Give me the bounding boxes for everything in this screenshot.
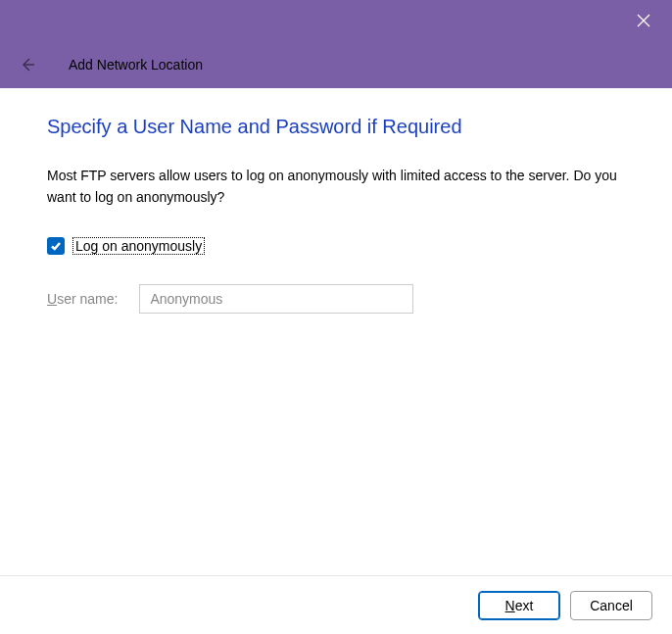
wizard-footer: Next Cancel: [0, 575, 672, 634]
anonymous-checkbox-row: Log on anonymously: [47, 237, 625, 255]
titlebar: [0, 0, 672, 41]
page-title: Specify a User Name and Password if Requ…: [47, 116, 625, 138]
anonymous-checkbox-label[interactable]: Log on anonymously: [72, 237, 205, 255]
back-button[interactable]: [16, 53, 39, 76]
next-button[interactable]: Next: [478, 591, 560, 620]
wizard-title: Add Network Location: [69, 57, 203, 73]
wizard-header: Add Network Location: [0, 41, 672, 88]
username-row: User name:: [47, 284, 625, 314]
checkmark-icon: [50, 240, 62, 252]
username-label: User name:: [47, 291, 118, 307]
cancel-button[interactable]: Cancel: [570, 591, 652, 620]
username-input[interactable]: [139, 284, 413, 314]
close-icon: [637, 14, 650, 27]
close-button[interactable]: [629, 6, 658, 35]
content-area: Specify a User Name and Password if Requ…: [0, 88, 672, 575]
page-description: Most FTP servers allow users to log on a…: [47, 166, 625, 208]
anonymous-checkbox[interactable]: [47, 237, 65, 255]
back-arrow-icon: [20, 57, 35, 73]
